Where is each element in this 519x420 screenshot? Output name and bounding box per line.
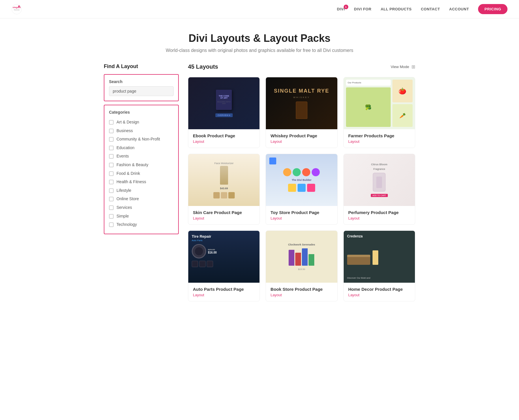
card-info: Farmer Products Page Layout (344, 129, 415, 148)
layout-card[interactable]: Tire Repair Auto Parts $29.99 $16.00 Aut… (188, 230, 260, 301)
sidebar-title: Find A Layout (104, 63, 179, 70)
card-type: Layout (193, 139, 255, 144)
card-info: Auto Parts Product Page Layout (188, 283, 260, 301)
layout-card[interactable]: Citrus Bloom Fragrance ADD TO CART Perfu… (343, 154, 415, 225)
category-item[interactable]: Technology (109, 220, 174, 229)
card-title: Skin Care Product Page (193, 210, 255, 215)
category-item[interactable]: Business (109, 127, 174, 135)
card-info: Toy Store Product Page Layout (266, 206, 337, 224)
category-checkbox[interactable] (109, 129, 114, 133)
card-thumbnail: Credenza Discover Our Bold and (344, 231, 415, 283)
card-type: Layout (270, 139, 332, 144)
nav-divi-link[interactable]: DIVI 1 (337, 7, 345, 11)
categories-box: Categories Art & Design Business Communi… (104, 105, 179, 234)
card-thumbnail: Our Products 🥦 🍅 🥕 (344, 77, 415, 129)
pricing-button[interactable]: PRICING (478, 4, 507, 14)
category-checkbox[interactable] (109, 222, 114, 227)
card-info: Skin Care Product Page Layout (188, 206, 260, 224)
card-thumbnail: Tire Repair Auto Parts $29.99 $16.00 (188, 231, 260, 283)
category-item[interactable]: Art & Design (109, 118, 174, 127)
category-label: Art & Design (116, 119, 139, 125)
card-thumbnail: THE CODE OF ART BUILDING WITH DIVI OVERV… (188, 77, 260, 129)
category-label: Services (116, 205, 132, 211)
category-checkbox[interactable] (109, 214, 114, 219)
category-label: Health & Fitness (116, 179, 146, 185)
category-checkbox[interactable] (109, 197, 114, 201)
category-label: Simple (116, 213, 129, 219)
card-thumbnail: Clockwork Serenades $15.50 (266, 231, 337, 283)
layout-card[interactable]: Our Products 🥦 🍅 🥕 Farmer Products Page … (343, 77, 415, 148)
main-container: Find A Layout Search Categories Art & De… (86, 63, 432, 319)
card-info: Book Store Product Page Layout (266, 283, 337, 301)
view-mode-icon: ⊞ (411, 64, 415, 70)
category-item[interactable]: Online Store (109, 195, 174, 203)
layout-card[interactable]: Credenza Discover Our Bold and Home Deco… (343, 230, 415, 301)
category-checkbox[interactable] (109, 205, 114, 210)
category-checkbox[interactable] (109, 171, 114, 176)
content-area: 45 Layouts View Mode ⊞ THE CODE OF ART B… (188, 63, 415, 301)
card-title: Ebook Product Page (193, 133, 255, 138)
card-title: Auto Parts Product Page (193, 287, 255, 292)
card-info: Ebook Product Page Layout (188, 129, 260, 148)
category-checkbox[interactable] (109, 163, 114, 167)
nav-contact-link[interactable]: CONTACT (421, 7, 440, 11)
card-title: Perfumery Product Page (348, 210, 410, 215)
card-thumbnail: Citrus Bloom Fragrance ADD TO CART (344, 154, 415, 206)
card-title: Book Store Product Page (270, 287, 332, 292)
card-type: Layout (270, 216, 332, 220)
category-item[interactable]: Services (109, 203, 174, 212)
svg-text:themes: themes (14, 9, 20, 11)
category-label: Education (116, 145, 134, 151)
category-checkbox[interactable] (109, 120, 114, 125)
category-item[interactable]: Lifestyle (109, 186, 174, 195)
search-box: Search (104, 74, 179, 101)
categories-title: Categories (109, 110, 174, 115)
logo[interactable]: elegant themes ✦ (12, 4, 22, 14)
card-info: Whiskey Product Page Layout (266, 129, 337, 148)
category-item[interactable]: Simple (109, 212, 174, 221)
search-input[interactable] (109, 86, 174, 96)
layouts-count: 45 Layouts (188, 63, 218, 70)
category-label: Events (116, 153, 129, 159)
layout-card[interactable]: SINGLE MALT RYE WHISKEY Whiskey Product … (266, 77, 337, 148)
category-checkbox[interactable] (109, 137, 114, 142)
nav-all-products-link[interactable]: ALL PRODUCTS (381, 7, 412, 11)
main-nav: elegant themes ✦ DIVI 1 DIVI FOR ALL PRO… (0, 0, 519, 18)
divi-badge: 1 (344, 5, 348, 9)
page-title: Divi Layouts & Layout Packs (12, 32, 507, 44)
category-item[interactable]: Community & Non-Profit (109, 135, 174, 144)
layout-card[interactable]: THE CODE OF ART BUILDING WITH DIVI OVERV… (188, 77, 260, 148)
category-checkbox[interactable] (109, 180, 114, 184)
view-mode-toggle[interactable]: View Mode ⊞ (391, 64, 415, 70)
card-info: Home Decor Product Page Layout (344, 283, 415, 301)
category-label: Fashion & Beauty (116, 162, 148, 168)
category-item[interactable]: Fashion & Beauty (109, 161, 174, 169)
layout-card[interactable]: Face Moisturizer $43.69 Skin Care Produc… (188, 154, 260, 225)
category-label: Business (116, 128, 133, 134)
layout-card[interactable]: Clockwork Serenades $15.50 Book Store Pr… (266, 230, 337, 301)
layouts-grid: THE CODE OF ART BUILDING WITH DIVI OVERV… (188, 77, 415, 301)
card-type: Layout (348, 216, 410, 220)
categories-list: Art & Design Business Community & Non-Pr… (109, 118, 174, 229)
card-type: Layout (270, 293, 332, 297)
sidebar: Find A Layout Search Categories Art & De… (104, 63, 179, 301)
view-mode-label: View Mode (391, 65, 409, 69)
category-checkbox[interactable] (109, 146, 114, 150)
category-item[interactable]: Food & Drink (109, 169, 174, 178)
nav-links: DIVI 1 DIVI FOR ALL PRODUCTS CONTACT ACC… (337, 4, 507, 14)
category-label: Lifestyle (116, 188, 131, 194)
card-title: Farmer Products Page (348, 133, 410, 138)
layout-card[interactable]: The Divi Builder Toy Store Product Page … (266, 154, 337, 225)
nav-account-link[interactable]: ACCOUNT (449, 7, 469, 11)
card-thumbnail: The Divi Builder (266, 154, 337, 206)
category-checkbox[interactable] (109, 154, 114, 159)
card-title: Home Decor Product Page (348, 287, 410, 292)
category-item[interactable]: Health & Fitness (109, 178, 174, 186)
category-item[interactable]: Education (109, 144, 174, 152)
category-item[interactable]: Events (109, 152, 174, 161)
nav-divi-for-link[interactable]: DIVI FOR (354, 7, 371, 11)
category-checkbox[interactable] (109, 188, 114, 193)
card-title: Whiskey Product Page (270, 133, 332, 138)
category-label: Technology (116, 222, 137, 228)
card-info: Perfumery Product Page Layout (344, 206, 415, 224)
